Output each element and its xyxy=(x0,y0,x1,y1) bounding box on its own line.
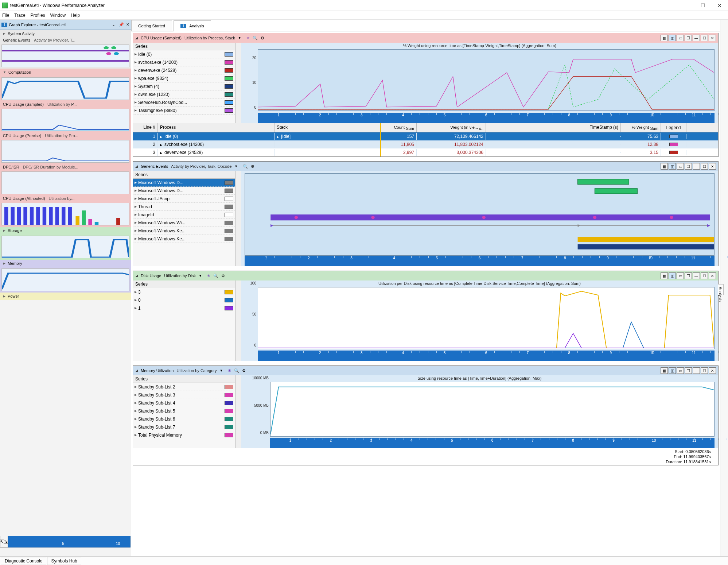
mini-row-cpu-sampled[interactable]: CPU Usage (Sampled)Utilization by P... xyxy=(0,101,131,107)
legend-row[interactable]: ▶ wpa.exe (9324) xyxy=(133,74,235,82)
legend-row[interactable]: ▶ Idle (0) xyxy=(133,50,235,58)
search-icon[interactable] xyxy=(253,36,258,40)
close-panel-icon[interactable]: ✕ xyxy=(709,163,716,170)
explorer-dropdown-icon[interactable]: ⌄ xyxy=(112,22,115,27)
mini-chart-cpu-sampled[interactable] xyxy=(1,109,129,131)
minimize-panel-icon[interactable]: — xyxy=(693,272,700,279)
legend-row[interactable]: ▶ 0 xyxy=(133,296,235,304)
view-table-icon[interactable]: ▦ xyxy=(661,163,668,170)
restore-icon[interactable]: ❐ xyxy=(685,272,692,279)
legend-row[interactable]: ▶ devenv.exe (24528) xyxy=(133,66,235,74)
preset-dropdown-icon[interactable]: ▼ xyxy=(234,165,238,168)
search-icon[interactable] xyxy=(234,368,239,373)
pin-icon[interactable]: 📌 xyxy=(119,22,124,27)
legend-row[interactable]: ▶ Total Physical Memory xyxy=(133,431,235,439)
legend-row[interactable]: ▶ Standby Sub-List 2 xyxy=(133,383,235,391)
legend-row[interactable]: ▶ Standby Sub-List 5 xyxy=(133,407,235,415)
tab-getting-started[interactable]: Getting Started xyxy=(131,20,172,31)
legend-row[interactable]: ▶ 3 xyxy=(133,288,235,296)
collapse-icon[interactable]: ◢ xyxy=(135,369,138,372)
mini-row-dpc[interactable]: DPC/ISRDPC/ISR Duration by Module... xyxy=(0,164,131,170)
legend-row[interactable]: ▶ ServiceHub.RoslynCod... xyxy=(133,98,235,107)
minimize-panel-icon[interactable]: — xyxy=(693,35,700,41)
view-table-icon[interactable]: ▦ xyxy=(661,367,668,374)
legend-row[interactable]: ▶ Thread xyxy=(133,203,235,211)
legend-row[interactable]: ▶ Microsoft-Windows-D... xyxy=(133,187,235,195)
collapse-icon[interactable]: ◢ xyxy=(135,274,138,278)
view-split-icon[interactable]: ◫ xyxy=(669,367,676,374)
disk-chart[interactable]: Utilization per Disk using resource time… xyxy=(241,280,718,361)
mini-row-cpu-precise[interactable]: CPU Usage (Precise)Utilization by Pro... xyxy=(0,133,131,139)
legend-scrollbar[interactable] xyxy=(235,171,241,266)
memory-chart[interactable]: Size using resource time as [Time,Time+D… xyxy=(241,375,718,448)
gear-icon[interactable] xyxy=(242,368,246,373)
section-storage[interactable]: ▶Storage xyxy=(0,227,131,234)
diagnostic-console-button[interactable]: Diagnostic Console xyxy=(1,557,46,565)
wand-icon[interactable] xyxy=(207,274,210,278)
mini-chart-computation[interactable] xyxy=(1,77,129,100)
minimize-panel-icon[interactable]: — xyxy=(693,367,700,374)
maximize-panel-icon[interactable]: ☐ xyxy=(701,35,708,41)
mini-chart-memory[interactable] xyxy=(1,268,129,291)
section-memory[interactable]: ▶Memory xyxy=(0,260,131,267)
legend-scrollbar[interactable] xyxy=(235,280,241,361)
section-computation[interactable]: ▼ Computation xyxy=(0,69,131,76)
restore-icon[interactable]: ❐ xyxy=(685,35,692,41)
menu-help[interactable]: Help xyxy=(71,13,80,18)
restore-icon[interactable]: ❐ xyxy=(685,367,692,374)
collapse-icon[interactable]: ◢ xyxy=(135,36,138,40)
mini-row-generic-events[interactable]: Generic Events Activity by Provider, T..… xyxy=(0,37,131,43)
split-handle[interactable] xyxy=(380,123,381,156)
maximize-panel-icon[interactable]: ☐ xyxy=(701,272,708,279)
legend-row[interactable]: ▶ Microsoft-Windows-D... xyxy=(133,179,235,187)
section-system-activity[interactable]: ▶ System Activity xyxy=(0,30,131,37)
maximize-panel-icon[interactable]: ☐ xyxy=(701,163,708,170)
time-ruler[interactable]: 5 10 xyxy=(8,536,131,547)
generic-chart[interactable]: 1234567891011 xyxy=(241,171,718,266)
legend-row[interactable]: ▶ ImageId xyxy=(133,211,235,219)
menu-profiles[interactable]: Profiles xyxy=(31,13,45,18)
maximize-button[interactable]: ☐ xyxy=(694,0,711,11)
view-split-icon[interactable]: ◫ xyxy=(669,272,676,279)
search-icon[interactable] xyxy=(243,164,248,169)
preset-dropdown-icon[interactable]: ▼ xyxy=(238,36,241,40)
mini-row-cpu-attributed[interactable]: CPU Usage (Attributed)Utilization by... xyxy=(0,196,131,201)
view-chart-icon[interactable]: ▭ xyxy=(677,35,684,41)
close-panel-icon[interactable]: ✕ xyxy=(709,272,716,279)
legend-row[interactable]: ▶ Standby Sub-List 7 xyxy=(133,423,235,431)
close-panel-icon[interactable]: ✕ xyxy=(709,367,716,374)
legend-scrollbar[interactable] xyxy=(235,43,241,123)
menu-window[interactable]: Window xyxy=(50,13,66,18)
mini-chart-generic-events[interactable] xyxy=(1,44,129,67)
minimize-panel-icon[interactable]: — xyxy=(693,163,700,170)
gear-icon[interactable] xyxy=(251,164,254,169)
legend-row[interactable]: ▶ Microsoft-Windows-Ke... xyxy=(133,227,235,235)
menu-trace[interactable]: Trace xyxy=(14,13,25,18)
close-panel-icon[interactable]: ✕ xyxy=(709,35,716,41)
view-chart-icon[interactable]: ▭ xyxy=(677,272,684,279)
view-table-icon[interactable]: ▦ xyxy=(661,35,668,41)
search-icon[interactable] xyxy=(213,274,218,278)
legend-row[interactable]: ▶ svchost.exe (14200) xyxy=(133,58,235,66)
zoom-selector-icon[interactable]: ⇱⇲ xyxy=(0,536,8,547)
legend-row[interactable]: ▶ System (4) xyxy=(133,82,235,90)
maximize-panel-icon[interactable]: ☐ xyxy=(701,367,708,374)
close-button[interactable]: ✕ xyxy=(711,0,728,11)
legend-row[interactable]: ▶ Microsoft-Windows-Wi... xyxy=(133,219,235,227)
legend-row[interactable]: ▶ Taskmgr.exe (8980) xyxy=(133,107,235,115)
menu-file[interactable]: File xyxy=(2,13,9,18)
mini-chart-dpc[interactable] xyxy=(1,171,129,194)
mini-chart-storage[interactable] xyxy=(1,236,129,258)
gear-icon[interactable] xyxy=(221,274,225,278)
legend-row[interactable]: ▶ Standby Sub-List 3 xyxy=(133,391,235,399)
legend-row[interactable]: ▶ Microsoft-Windows-Ke... xyxy=(133,235,235,243)
mini-chart-cpu-attributed[interactable] xyxy=(1,203,129,225)
collapse-icon[interactable]: ◢ xyxy=(135,165,138,168)
gear-icon[interactable] xyxy=(261,36,264,40)
view-chart-icon[interactable]: ▭ xyxy=(677,163,684,170)
table-row[interactable]: 2 ▶svchost.exe (14200) 11,805 11,803.002… xyxy=(133,140,718,148)
legend-row[interactable]: ▶ 1 xyxy=(133,304,235,312)
section-power[interactable]: ▶Power xyxy=(0,293,131,300)
restore-icon[interactable]: ❐ xyxy=(685,163,692,170)
preset-dropdown-icon[interactable]: ▼ xyxy=(199,274,202,278)
